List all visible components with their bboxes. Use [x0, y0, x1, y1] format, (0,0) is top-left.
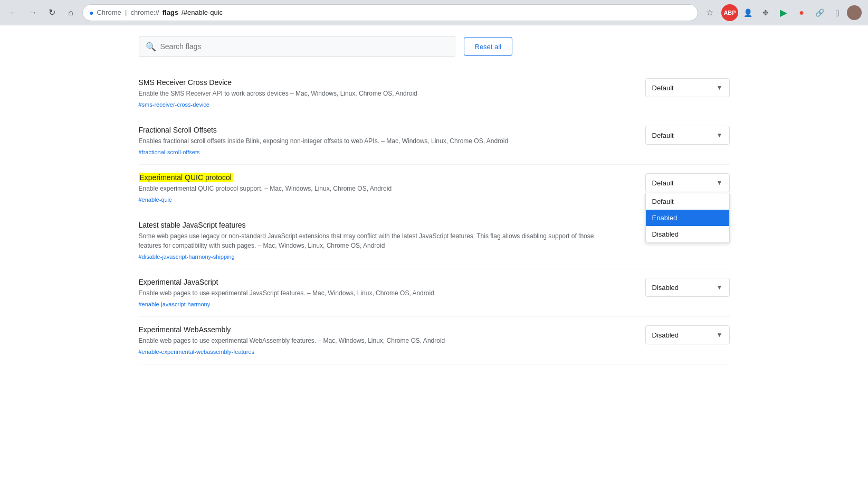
- flag-desc: Enables fractional scroll offsets inside…: [139, 136, 614, 146]
- flag-control: Disabled ▼: [645, 278, 730, 297]
- flag-item-webassembly: Experimental WebAssembly Enable web page…: [139, 317, 730, 364]
- dropdown-option-disabled[interactable]: Disabled: [646, 226, 729, 242]
- dropdown-option-enabled[interactable]: Enabled: [646, 210, 729, 226]
- user-avatar[interactable]: [847, 5, 862, 20]
- back-button[interactable]: ←: [6, 5, 21, 20]
- vpn-icon[interactable]: 👤: [739, 4, 756, 21]
- flag-dropdown[interactable]: Disabled ▼: [645, 278, 730, 297]
- dropdown-value: Disabled: [652, 331, 679, 339]
- forward-button[interactable]: →: [25, 5, 40, 20]
- home-button[interactable]: ⌂: [63, 5, 78, 20]
- dropdown-value: Default: [652, 84, 674, 92]
- extensions-icon[interactable]: ✥: [757, 4, 774, 21]
- flag-title: Experimental WebAssembly: [139, 325, 614, 334]
- flag-desc: Enable experimental QUIC protocol suppor…: [139, 184, 614, 193]
- flag-desc: Some web pages use legacy or non-standar…: [139, 231, 614, 250]
- flag-title: Experimental QUIC protocol: [139, 173, 614, 182]
- flag-info: Experimental WebAssembly Enable web page…: [139, 325, 614, 355]
- google-meet-icon[interactable]: ▶: [775, 4, 792, 21]
- chevron-down-icon: ▼: [717, 331, 723, 339]
- flag-item-fractional-scroll: Fractional Scroll Offsets Enables fracti…: [139, 117, 730, 165]
- bookmark-button[interactable]: ☆: [702, 5, 717, 20]
- dropdown-value: Default: [652, 132, 674, 139]
- chevron-down-icon: ▼: [717, 284, 723, 291]
- flag-dropdown-quic[interactable]: Default ▼: [645, 173, 730, 192]
- flag-desc: Enable web pages to use experimental Web…: [139, 336, 614, 345]
- search-input[interactable]: [160, 42, 449, 51]
- chevron-down-icon: ▼: [717, 179, 723, 186]
- flag-link[interactable]: #disable-javascript-harmony-shipping: [139, 254, 235, 260]
- flag-dropdown[interactable]: Disabled ▼: [645, 325, 730, 344]
- flag-link[interactable]: #enable-experimental-webassembly-feature…: [139, 349, 255, 355]
- puzzle-icon[interactable]: ▯: [829, 4, 846, 21]
- flag-dropdown[interactable]: Default ▼: [645, 126, 730, 145]
- adblock-plus-icon[interactable]: ABP: [721, 4, 738, 21]
- dropdown-value: Disabled: [652, 284, 679, 292]
- search-bar-container: 🔍 Reset all: [139, 36, 730, 57]
- flag-title: Experimental JavaScript: [139, 278, 614, 286]
- flag-title: Latest stable JavaScript features: [139, 221, 614, 229]
- chevron-down-icon: ▼: [717, 84, 723, 91]
- browser-chrome: ← → ↻ ⌂ ● Chrome | chrome:// flags /#ena…: [0, 0, 868, 25]
- dropdown-menu-quic: Default Enabled Disabled: [645, 193, 730, 243]
- flag-control: Disabled ▼: [645, 325, 730, 344]
- url-text: Chrome | chrome://: [97, 8, 159, 16]
- google-icon[interactable]: ●: [793, 4, 810, 21]
- search-bar: 🔍: [139, 36, 455, 57]
- flag-title-highlighted: Experimental QUIC protocol: [139, 173, 233, 182]
- link-icon[interactable]: 🔗: [811, 4, 828, 21]
- flag-control: Default ▼: [645, 126, 730, 145]
- flag-title: SMS Receiver Cross Device: [139, 78, 614, 87]
- url-hash: /#enable-quic: [182, 8, 223, 16]
- address-bar[interactable]: ● Chrome | chrome:// flags /#enable-quic: [82, 4, 698, 21]
- flag-info: SMS Receiver Cross Device Enable the SMS…: [139, 78, 614, 108]
- flag-info: Fractional Scroll Offsets Enables fracti…: [139, 126, 614, 156]
- toolbar-icons: ABP 👤 ✥ ▶ ● 🔗 ▯: [721, 4, 862, 21]
- search-icon: 🔍: [146, 42, 156, 52]
- dropdown-option-default[interactable]: Default: [646, 193, 729, 210]
- flag-control: Default ▼: [645, 78, 730, 97]
- site-icon: ●: [89, 8, 93, 17]
- flag-item-enable-quic: Experimental QUIC protocol Enable experi…: [139, 165, 730, 212]
- flag-control-quic: Default ▼ Default Enabled Disabled: [645, 173, 730, 192]
- flag-link[interactable]: #enable-quic: [139, 196, 172, 203]
- flag-desc: Enable the SMS Receiver API to work acro…: [139, 89, 614, 98]
- page-content: 🔍 Reset all SMS Receiver Cross Device En…: [118, 25, 751, 375]
- reload-button[interactable]: ↻: [44, 5, 59, 20]
- flag-info: Latest stable JavaScript features Some w…: [139, 221, 614, 260]
- url-flags-highlight: flags: [163, 8, 178, 16]
- flag-item-exp-js: Experimental JavaScript Enable web pages…: [139, 269, 730, 317]
- flag-info: Experimental QUIC protocol Enable experi…: [139, 173, 614, 203]
- flag-item-sms-receiver: SMS Receiver Cross Device Enable the SMS…: [139, 70, 730, 117]
- flag-item-js-stable: Latest stable JavaScript features Some w…: [139, 212, 730, 269]
- flag-link[interactable]: #enable-javascript-harmony: [139, 301, 211, 307]
- flag-dropdown[interactable]: Default ▼: [645, 78, 730, 97]
- reset-all-button[interactable]: Reset all: [464, 37, 513, 56]
- flag-desc: Enable web pages to use experimental Jav…: [139, 288, 614, 298]
- chevron-down-icon: ▼: [717, 132, 723, 139]
- dropdown-value: Default: [652, 179, 674, 187]
- flag-title: Fractional Scroll Offsets: [139, 126, 614, 134]
- flag-link[interactable]: #fractional-scroll-offsets: [139, 149, 200, 155]
- flag-link[interactable]: #sms-receiver-cross-device: [139, 101, 209, 108]
- flag-info: Experimental JavaScript Enable web pages…: [139, 278, 614, 308]
